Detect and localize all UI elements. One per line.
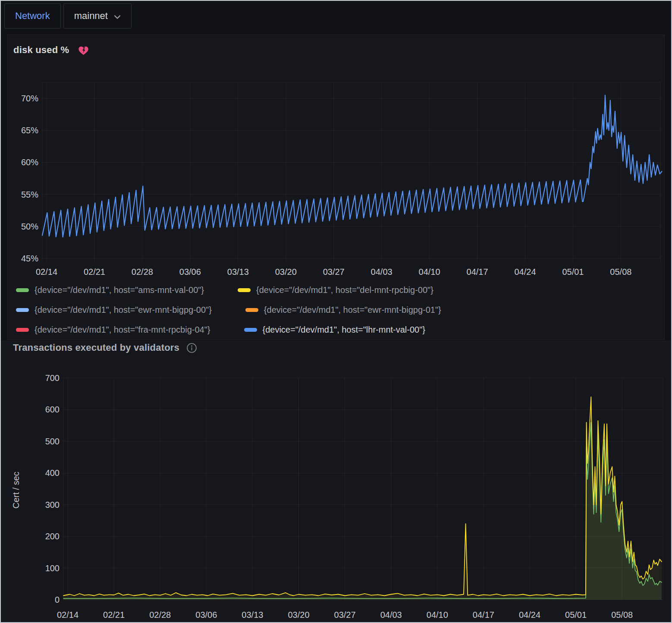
validators-green-line — [63, 422, 662, 598]
transactions-panel: Transactions executed by validators 0100… — [1, 341, 671, 623]
legend-item[interactable]: {device="/dev/md1", host="ewr-mnt-bigpg-… — [245, 300, 441, 320]
axis-tick-label: 600 — [45, 405, 60, 414]
disk-legend: {device="/dev/md1", host="ams-mnt-val-00… — [16, 280, 659, 340]
network-variable-label: Network — [4, 3, 61, 28]
network-variable-value-text: mainnet — [74, 10, 108, 22]
series-label: {device="/dev/md1", host="fra-mnt-rpcbig… — [35, 325, 210, 335]
transactions-chart[interactable]: 010020030040050060070002/1402/2102/2803/… — [1, 341, 671, 623]
disk-panel-title[interactable]: disk used % — [13, 44, 69, 56]
axis-tick-label: 04/24 — [519, 610, 540, 620]
legend-item[interactable]: {device="/dev/md1", host="ewr-mnt-bigpg-… — [16, 300, 212, 320]
legend-item[interactable]: {device="/dev/md1", host="ams-mnt-val-00… — [16, 280, 204, 300]
tx-panel-header: Transactions executed by validators — [13, 342, 197, 353]
series-color-chip — [238, 288, 251, 292]
series-color-chip — [16, 308, 29, 312]
axis-tick-label: 45% — [21, 254, 38, 263]
tx-panel-title[interactable]: Transactions executed by validators — [13, 342, 179, 353]
disk-used-panel: disk used % 45%50%55%60%65%70%02/1402/21… — [7, 35, 665, 340]
axis-tick-label: 05/08 — [610, 267, 631, 277]
axis-labels: 010020030040050060070002/1402/2102/2803/… — [11, 373, 633, 620]
axis-tick-label: 02/14 — [36, 267, 57, 277]
series-label: {device="/dev/md1", host="ewr-mnt-bigpg-… — [264, 305, 441, 315]
axis-tick-label: 500 — [45, 437, 60, 446]
axis-tick-label: 55% — [21, 190, 38, 199]
axis-tick-label: 0 — [55, 595, 60, 604]
grafana-dashboard: { "header": { "network_label": "Network"… — [0, 0, 672, 623]
axis-tick-label: 700 — [45, 373, 60, 383]
axis-tick-label: 50% — [21, 222, 38, 231]
axis-tick-label: 05/01 — [565, 610, 587, 620]
axis-tick-label: 04/24 — [514, 267, 536, 277]
chevron-down-icon — [114, 15, 121, 19]
axis-tick-label: 02/14 — [57, 610, 79, 620]
series-label: {device="/dev/md1", host="ewr-mnt-bigpg-… — [35, 305, 212, 315]
network-variable-label-text: Network — [15, 10, 50, 22]
legend-item[interactable]: {device="/dev/md1", host="fra-mnt-rpcbig… — [16, 320, 210, 340]
axis-tick-label: 400 — [45, 468, 60, 478]
axis-tick-label: 02/21 — [84, 267, 105, 277]
axis-tick-label: 02/28 — [149, 610, 171, 620]
axis-tick-label: 03/20 — [288, 610, 309, 620]
info-icon[interactable] — [186, 343, 197, 353]
axis-tick-label: 04/10 — [419, 267, 440, 277]
series-label: {device="/dev/md1", host="del-mnt-rpcbig… — [256, 285, 433, 295]
validators-green-fill — [63, 422, 662, 600]
axis-tick-label: 04/17 — [467, 267, 488, 277]
disk-panel-header: disk used % — [13, 44, 89, 56]
axis-tick-label: 04/03 — [380, 610, 402, 620]
axis-tick-label: 03/20 — [275, 267, 297, 277]
legend-item[interactable]: {device="/dev/md1", host="lhr-mnt-val-00… — [244, 320, 425, 340]
network-variable-value[interactable]: mainnet — [63, 3, 132, 28]
broken-heart-icon[interactable] — [78, 45, 89, 56]
series-color-chip — [245, 308, 258, 312]
series-color-chip — [244, 328, 257, 332]
validators-yellow-line — [63, 397, 662, 596]
gridlines — [63, 378, 663, 600]
series-label: {device="/dev/md1", host="ams-mnt-val-00… — [35, 285, 204, 295]
axis-tick-label: 02/28 — [132, 267, 153, 277]
axis-tick-label: 04/10 — [427, 610, 448, 620]
validators-yellow-fill — [63, 397, 662, 600]
series-label: {device="/dev/md1", host="lhr-mnt-val-00… — [263, 325, 425, 335]
axis-tick-label: 05/01 — [562, 267, 584, 277]
axis-tick-label: 200 — [45, 532, 60, 541]
axis-tick-label: 03/13 — [227, 267, 249, 277]
axis-tick-label: 05/08 — [611, 610, 633, 620]
y-axis-label: Cert / sec — [11, 472, 21, 509]
series-color-chip — [16, 288, 29, 292]
axis-tick-label: 300 — [45, 500, 60, 510]
disk-series-line — [42, 95, 662, 237]
axis-tick-label: 60% — [21, 157, 38, 167]
axis-tick-label: 03/27 — [323, 267, 345, 277]
axis-tick-label: 100 — [45, 563, 60, 573]
gridlines — [42, 82, 660, 261]
variable-bar: Network mainnet — [4, 3, 132, 29]
axis-tick-label: 02/21 — [103, 610, 125, 620]
legend-item[interactable]: {device="/dev/md1", host="del-mnt-rpcbig… — [238, 280, 433, 300]
axis-tick-label: 70% — [21, 94, 38, 103]
axis-tick-label: 03/27 — [334, 610, 356, 620]
axis-tick-label: 03/06 — [179, 267, 201, 277]
axis-tick-label: 03/13 — [242, 610, 263, 620]
disk-used-chart[interactable]: 45%50%55%60%65%70%02/1402/2102/2803/0603… — [8, 35, 664, 279]
axis-tick-label: 04/17 — [473, 610, 494, 620]
axis-tick-label: 65% — [21, 126, 38, 135]
axis-tick-label: 03/06 — [195, 610, 217, 620]
axis-tick-label: 04/03 — [371, 267, 393, 277]
series-color-chip — [16, 328, 29, 332]
